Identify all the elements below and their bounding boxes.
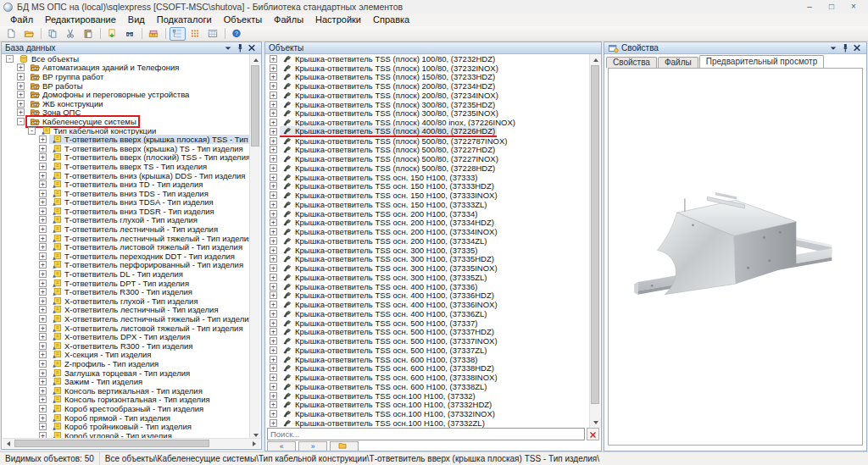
tree-expander[interactable]: + [39,145,47,152]
object-expander[interactable]: + [270,182,277,190]
tree-item[interactable]: +Зажим - Тип изделия [3,377,249,386]
object-list-item[interactable]: +Крышка-ответвитель TSS осн.100 H100, (3… [266,401,589,410]
object-list-item[interactable]: +Крышка-ответвитель TSS осн. 200 H100, (… [266,236,589,246]
menu-item[interactable]: Вид [122,14,151,26]
object-expander[interactable]: + [270,291,277,299]
object-expander[interactable]: + [270,237,277,245]
tree-item[interactable]: +Х-ответвитель лестничный - Тип изделия [3,306,249,315]
tree-item[interactable]: +Т-ответвитель DPT - Тип изделия [3,279,249,288]
tree-expander[interactable]: + [39,252,47,260]
object-list-item[interactable]: +Крышка-ответвитель TSS осн. 300 H100, (… [266,255,589,264]
object-expander[interactable]: + [270,55,277,63]
toolbar-archive-button[interactable] [146,27,162,41]
object-list-item[interactable]: +Крышка-ответвитель TSS осн. 150 H100, (… [266,191,589,200]
panel-pin-button[interactable] [235,43,246,53]
tree-expander[interactable]: + [39,180,47,188]
tree-expander[interactable]: + [39,297,47,305]
tab-preview[interactable]: Предварительный просмотр [699,55,825,68]
object-list-item[interactable]: +Крышка-ответвитель TSS осн. 200 H100, (… [266,227,589,236]
tree-expander[interactable]: - [28,127,36,135]
tree-expander[interactable]: + [39,208,47,215]
tree-expander[interactable]: + [17,108,25,116]
object-list-item[interactable]: +Крышка-ответвитель TSS осн.100 H100, (3… [266,409,589,418]
tree-expander[interactable]: + [39,378,47,385]
tree-item[interactable]: +Х-ответвитель DPX - Тип изделия [3,332,249,341]
object-expander[interactable]: + [270,255,277,263]
close-button[interactable]: × [843,1,865,13]
object-list-item[interactable]: +Крышка-ответвитель TSS (плоск) 200/80, … [266,81,589,91]
toolbar-copy-button[interactable] [45,27,61,41]
tree-expander[interactable]: + [39,163,47,170]
toolbar-find-button[interactable] [122,27,138,41]
object-expander[interactable]: + [270,419,277,427]
object-expander[interactable]: + [270,64,277,72]
tree-expander[interactable]: + [39,342,47,350]
object-list-item[interactable]: +Крышка-ответвитель TSS (плоск) 500/80, … [266,146,589,155]
tree-expander[interactable]: - [6,55,14,63]
tree-item[interactable]: +Т-ответвитель вверх (крышка плоская) TS… [3,135,249,144]
object-expander[interactable]: + [270,128,277,136]
tree-item[interactable]: +Т-ответвитель R300 - Тип изделия [3,287,249,296]
tree-item[interactable]: +Т-ответвитель листовой тяжелый - Тип из… [3,242,249,252]
tree-item[interactable]: +Т-ответвитель вниз TD - Тип изделия [3,180,249,189]
scroll-right-button[interactable] [249,439,260,448]
tree-item[interactable]: +Т-ответвитель вверх TS - Тип изделия [3,162,249,171]
scroll-left-button[interactable] [3,439,14,448]
tree-expander[interactable]: + [39,387,47,395]
tree-item[interactable]: +Т-ответвитель вверх (крышка) TS - Тип и… [3,144,249,153]
tree-item[interactable]: +Т-ответвитель перфорированный - Тип изд… [3,261,249,270]
menu-item[interactable]: Подкаталоги [151,14,218,26]
tree-expander[interactable]: + [39,153,47,161]
object-expander[interactable]: + [270,283,277,291]
object-expander[interactable]: + [270,137,277,145]
object-expander[interactable]: + [270,264,277,272]
toolbar-open-folder-button[interactable] [21,27,37,41]
object-list-item[interactable]: +Крышка-ответвитель TSS осн. 500 H100, (… [266,328,589,337]
tree-item[interactable]: +Домофоны и переговорные устройства [3,90,249,99]
toolbar-help-button[interactable]: ? [229,27,245,41]
tree-item[interactable]: +Т-ответвитель вниз TDSR - Тип изделия [3,207,249,216]
object-list-item[interactable]: +Крышка-ответвитель TSS осн. 200 H100, (… [266,209,589,219]
object-list-item[interactable]: +Крышка-ответвитель TSS осн. 300 H100, (… [266,263,589,273]
tree-item[interactable]: +Х-ответвитель лестничный тяжелый - Тип … [3,314,249,324]
tree-item[interactable]: +Т-ответвитель лестничный тяжелый - Тип … [3,234,249,243]
scrollbar-thumb[interactable] [14,440,209,447]
tree-expander[interactable]: + [39,396,47,403]
object-list-item[interactable]: +Крышка-ответвитель TSS осн. 150 H100, (… [266,200,589,209]
object-list-item[interactable]: +Крышка-ответвитель TSS осн. 300 H100, (… [266,273,589,282]
object-expander[interactable]: + [270,301,277,308]
menu-item[interactable]: Редактирование [39,14,122,26]
object-list-item[interactable]: +Крышка-ответвитель TSS (плоск) 300/80, … [266,109,589,119]
scroll-up-button[interactable] [250,54,261,64]
clear-search-button[interactable] [587,428,599,440]
tree-item[interactable]: -Все объекты [3,54,249,64]
tree-expander[interactable]: + [39,288,47,296]
tree-item[interactable]: +Х-ответвитель листовой тяжелый - Тип из… [3,324,249,333]
tree-expander[interactable]: + [39,351,47,358]
tab-files[interactable]: Файлы [658,57,698,68]
toolbar-cut-button[interactable] [63,27,79,41]
object-expander[interactable]: + [270,91,277,99]
nav-folder-button[interactable] [330,441,359,451]
panel-close-button[interactable] [852,43,863,53]
object-list-item[interactable]: +Крышка-ответвитель TSS осн.100 H100, (3… [266,391,589,401]
tree-expander[interactable]: + [39,243,47,251]
tree-expander[interactable]: + [39,225,47,233]
nav-prev-button[interactable]: « [267,441,296,451]
menu-item[interactable]: Настройки [309,14,367,26]
object-list-item[interactable]: +Крышка-ответвитель TSS осн. 600 H100, (… [266,364,589,374]
tree-expander[interactable]: + [17,91,25,98]
tree-expander[interactable]: + [17,64,25,71]
object-expander[interactable]: + [270,191,277,199]
object-expander[interactable]: + [270,119,277,126]
tree-item[interactable]: +Короб крестообразный - Тип изделия [3,404,249,413]
object-expander[interactable]: + [270,109,277,117]
object-expander[interactable]: + [270,246,277,254]
search-input[interactable] [267,428,585,440]
tree-item[interactable]: +ЖБ конструкции [3,99,249,108]
object-expander[interactable]: + [270,392,277,400]
toolbar-tree-view-button[interactable] [170,27,186,41]
object-list-item[interactable]: +Крышка-ответвитель TSS осн. 400 H100, (… [266,309,589,318]
tree-item[interactable]: +ВР работы [3,81,249,91]
tree-item[interactable]: +Т-ответвитель вниз TDSA - Тип изделия [3,198,249,208]
